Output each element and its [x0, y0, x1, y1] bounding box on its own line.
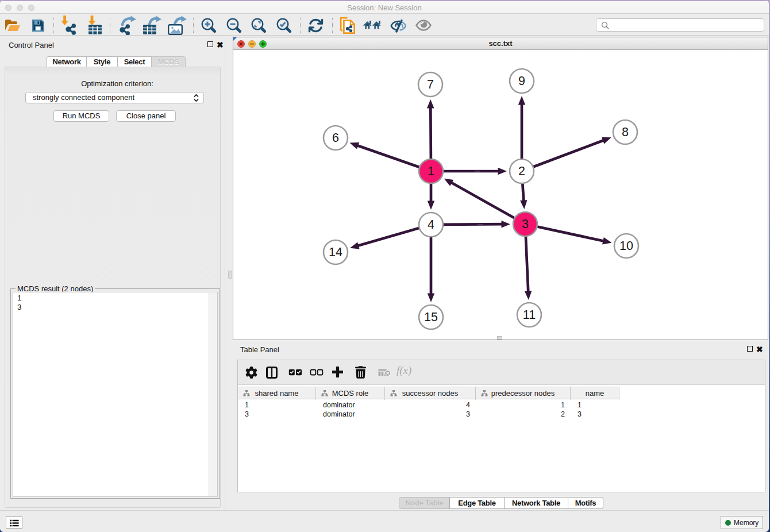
svg-text:14: 14 — [329, 245, 342, 259]
svg-text:7: 7 — [427, 78, 434, 91]
svg-text:15: 15 — [424, 310, 438, 324]
svg-text:10: 10 — [619, 239, 633, 253]
svg-text:2: 2 — [518, 164, 525, 178]
svg-text:3: 3 — [522, 217, 529, 231]
svg-text:1: 1 — [428, 164, 434, 178]
svg-text:11: 11 — [523, 308, 536, 322]
svg-text:4: 4 — [428, 218, 434, 232]
svg-text:6: 6 — [332, 131, 339, 145]
svg-text:9: 9 — [518, 74, 525, 88]
svg-text:8: 8 — [622, 125, 629, 139]
